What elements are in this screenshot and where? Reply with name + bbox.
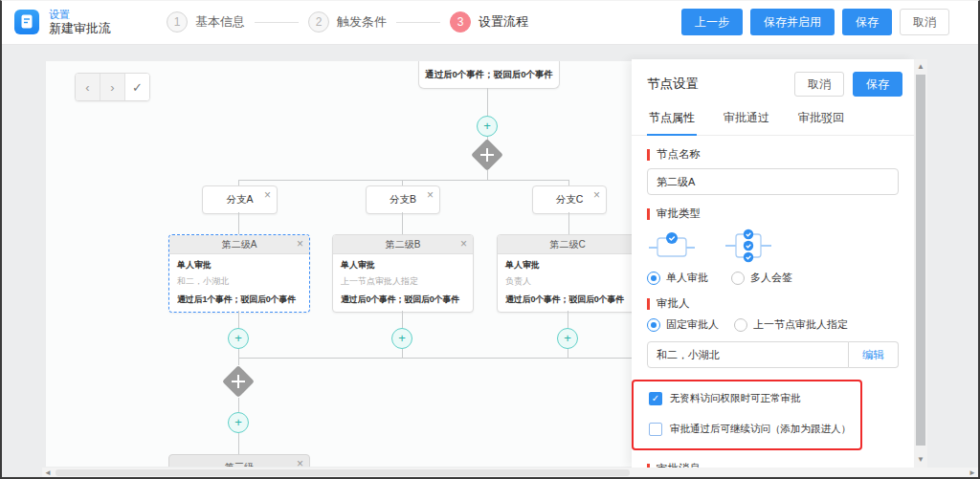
- approve-type-icons: [649, 229, 899, 263]
- radio-multi-countersign[interactable]: 多人会签: [731, 271, 792, 285]
- checkbox-continue-access[interactable]: 审批通过后可继续访问（添加为跟进人）: [649, 423, 851, 436]
- add-node-button[interactable]: +: [477, 116, 498, 137]
- save-and-enable-button[interactable]: 保存并启用: [750, 9, 835, 35]
- radio-icon: [647, 318, 660, 332]
- step-number: 2: [308, 11, 329, 33]
- connector-line: [238, 311, 239, 328]
- scroll-down-icon[interactable]: ▼: [914, 453, 927, 467]
- card-type: 单人审批: [341, 259, 465, 272]
- flow-canvas[interactable]: ‹ › ✓ 通过后0个事件；驳回后0个事件 + 分支A ×: [46, 61, 632, 467]
- card-events: 通过后1个事件；驳回后0个事件: [177, 294, 301, 306]
- radio-previous-node-approver[interactable]: 上一节点审批人指定: [734, 317, 848, 332]
- undo-button[interactable]: ‹: [76, 74, 100, 100]
- step-connector: [396, 22, 440, 23]
- step-label: 触发条件: [337, 13, 387, 31]
- close-icon[interactable]: ×: [297, 458, 303, 467]
- close-icon[interactable]: ×: [427, 189, 434, 201]
- save-button[interactable]: 保存: [842, 9, 892, 35]
- approval-card-a[interactable]: 第二级A × 单人审批 和二，小湖北 通过后1个事件；驳回后0个事件: [168, 234, 310, 313]
- step-basic-info[interactable]: 1 基本信息: [167, 11, 245, 33]
- card-events: 通过后0个事件；驳回后0个事件: [341, 294, 465, 306]
- checkbox-no-access-approve[interactable]: ✓ 无资料访问权限时可正常审批: [649, 392, 851, 405]
- branch-label: 分支A: [226, 193, 253, 207]
- approver-options: 固定审批人 上一节点审批人指定: [647, 317, 899, 332]
- page-title: 新建审批流: [49, 22, 111, 35]
- approve-type-options: 单人审批 多人会签: [647, 271, 899, 285]
- tab-node-properties[interactable]: 节点属性: [647, 105, 697, 136]
- card-header: 第二级B ×: [333, 235, 473, 254]
- connector-line: [568, 212, 569, 234]
- card-title: 第二级C: [549, 238, 585, 251]
- node-name-input[interactable]: [647, 168, 899, 195]
- add-node-button[interactable]: +: [228, 328, 249, 349]
- edit-approver-button[interactable]: 编辑: [849, 341, 899, 368]
- step-number: 1: [167, 11, 188, 33]
- scroll-right-icon[interactable]: ►: [967, 468, 978, 478]
- connector-line: [238, 433, 239, 454]
- card-events: 通过后0个事件；驳回后0个事件: [505, 294, 630, 306]
- radio-single-approval[interactable]: 单人审批: [647, 271, 708, 285]
- card-assignee: 负责人: [505, 275, 630, 288]
- add-branch-diamond-button[interactable]: [222, 365, 255, 398]
- tab-approval-pass[interactable]: 审批通过: [722, 105, 771, 135]
- connector-line: [568, 311, 568, 328]
- cancel-button[interactable]: 取消: [900, 9, 949, 35]
- node-title: 第三级: [225, 461, 254, 467]
- panel-tabs: 节点属性 审批通过 审批驳回: [632, 105, 914, 136]
- redo-button[interactable]: ›: [100, 74, 125, 100]
- level3-node[interactable]: 第三级 ×: [168, 454, 310, 467]
- app-logo-icon: [14, 10, 39, 34]
- multi-countersign-icon[interactable]: [725, 229, 771, 263]
- close-icon[interactable]: ×: [297, 238, 303, 250]
- card-assignee: 上一节点审批人指定: [341, 275, 465, 288]
- header: 设置 新建审批流 1 基本信息 2 触发条件 3 设置流程 上一步 保存并启用 …: [2, 1, 978, 43]
- scroll-up-icon[interactable]: ▲: [914, 60, 927, 74]
- prev-step-button[interactable]: 上一步: [681, 9, 743, 35]
- tab-approval-reject[interactable]: 审批驳回: [796, 105, 846, 135]
- branch-node-a[interactable]: 分支A ×: [202, 185, 278, 214]
- card-assignee: 和二，小湖北: [177, 275, 301, 288]
- validate-button[interactable]: ✓: [125, 74, 149, 100]
- approval-card-c[interactable]: 第二级C 单人审批 负责人 通过后0个事件；驳回后0个事件: [497, 234, 632, 313]
- stepper: 1 基本信息 2 触发条件 3 设置流程: [167, 11, 528, 33]
- approver-input[interactable]: [647, 341, 849, 368]
- scrollbar-thumb[interactable]: [56, 469, 630, 476]
- header-titles: 设置 新建审批流: [49, 9, 111, 35]
- single-approval-icon[interactable]: [649, 229, 695, 263]
- close-icon[interactable]: ×: [593, 189, 600, 201]
- panel-cancel-button[interactable]: 取消: [794, 72, 844, 97]
- approval-card-b[interactable]: 第二级B × 单人审批 上一节点审批人指定 通过后0个事件；驳回后0个事件: [332, 234, 474, 313]
- card-body: 单人审批 上一节点审批人指定 通过后0个事件；驳回后0个事件: [333, 254, 473, 311]
- card-type: 单人审批: [177, 259, 301, 272]
- node-settings-panel: 节点设置 取消 保存 节点属性 审批通过 审批驳回 节点名称 审批类型: [632, 59, 914, 468]
- panel-scrollbar[interactable]: ▲ ▼: [914, 59, 927, 468]
- top-node-events[interactable]: 通过后0个事件；驳回后0个事件: [418, 61, 560, 89]
- main-area: ‹ › ✓ 通过后0个事件；驳回后0个事件 + 分支A ×: [2, 44, 978, 477]
- radio-icon: [734, 318, 747, 332]
- close-icon[interactable]: ×: [264, 189, 271, 201]
- panel-header: 节点设置 取消 保存: [632, 59, 914, 105]
- step-number: 3: [450, 11, 471, 33]
- radio-fixed-approver[interactable]: 固定审批人: [647, 317, 719, 332]
- panel-save-button[interactable]: 保存: [853, 72, 902, 97]
- required-marker: [647, 208, 650, 220]
- radio-icon: [647, 272, 660, 285]
- canvas-horizontal-scrollbar[interactable]: ◄ ►: [42, 468, 978, 478]
- card-header: 第二级C: [498, 235, 632, 254]
- branch-node-b[interactable]: 分支B ×: [366, 185, 440, 214]
- add-node-button[interactable]: +: [228, 412, 249, 433]
- scrollbar-thumb[interactable]: [916, 75, 925, 446]
- scroll-left-icon[interactable]: ◄: [42, 468, 54, 478]
- approve-type-label: 审批类型: [647, 207, 899, 221]
- radio-icon: [731, 272, 745, 285]
- card-type: 单人审批: [505, 259, 630, 272]
- step-trigger-condition[interactable]: 2 触发条件: [308, 11, 387, 33]
- connector-line: [402, 212, 403, 234]
- add-node-button[interactable]: +: [557, 328, 578, 349]
- branch-node-c[interactable]: 分支C ×: [532, 185, 607, 214]
- step-set-flow[interactable]: 3 设置流程: [450, 11, 528, 33]
- add-branch-diamond-button[interactable]: [471, 139, 503, 171]
- connector-line: [487, 88, 488, 116]
- add-node-button[interactable]: +: [391, 328, 412, 349]
- close-icon[interactable]: ×: [460, 238, 467, 250]
